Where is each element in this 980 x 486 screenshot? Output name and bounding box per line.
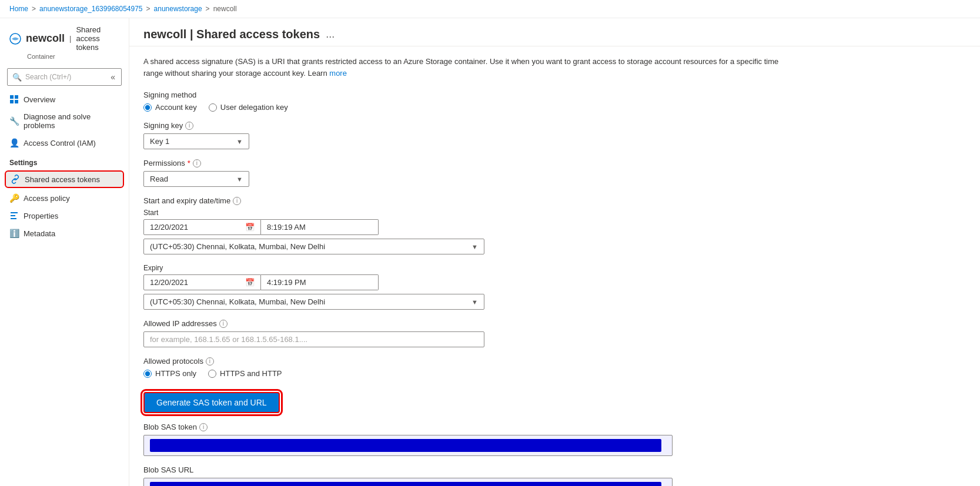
user-delegation-option[interactable]: User delegation key [209, 103, 288, 112]
key-icon: 🔑 [9, 193, 19, 203]
expiry-timezone-select[interactable]: (UTC+05:30) Chennai, Kolkata, Mumbai, Ne… [143, 294, 484, 310]
access-policy-label: Access policy [24, 194, 70, 203]
start-label: Start [143, 209, 966, 217]
signing-key-select[interactable]: Key 1 ▼ [143, 133, 249, 149]
sidebar: newcoll | Shared access tokens Container… [0, 18, 129, 486]
permissions-select[interactable]: Read ▼ [143, 171, 249, 187]
resource-name: newcoll [26, 32, 65, 45]
start-time-field[interactable]: 8:19:19 AM [261, 219, 379, 235]
start-time-value: 8:19:19 AM [267, 223, 306, 232]
start-expiry-label: Start and expiry date/time i [143, 196, 966, 205]
start-timezone-chevron: ▼ [471, 243, 478, 250]
expiry-timezone-value: (UTC+05:30) Chennai, Kolkata, Mumbai, Ne… [150, 297, 325, 306]
https-http-option[interactable]: HTTPS and HTTP [208, 369, 282, 378]
content-body: A shared access signature (SAS) is a URI… [129, 46, 980, 486]
info-icon: ℹ️ [9, 229, 19, 238]
svg-rect-5 [11, 212, 18, 213]
link-icon [11, 175, 20, 184]
allowed-protocols-info-icon[interactable]: i [206, 357, 214, 366]
protocols-radio-group: HTTPS only HTTPS and HTTP [143, 369, 966, 378]
signing-method-label: Signing method [143, 91, 966, 99]
search-input[interactable] [25, 73, 106, 81]
blob-sas-url-value [150, 482, 661, 486]
search-box[interactable]: 🔍 « [7, 68, 122, 86]
permissions-section: Permissions * i Read ▼ [143, 159, 966, 187]
signing-key-section: Signing key i Key 1 ▼ [143, 121, 966, 149]
signing-key-label: Signing key i [143, 121, 966, 130]
expiry-label: Expiry [143, 264, 966, 272]
learn-more-link[interactable]: more [329, 69, 347, 78]
svg-rect-4 [15, 100, 18, 103]
breadcrumb-current: newcoll [213, 5, 237, 13]
metadata-label: Metadata [24, 229, 55, 238]
more-options-button[interactable]: ... [326, 28, 335, 41]
container-icon [9, 32, 21, 45]
wrench-icon: 🔧 [9, 116, 19, 126]
sidebar-item-iam[interactable]: 👤 Access Control (IAM) [0, 134, 129, 152]
start-datetime-row: 12/20/2021 📅 8:19:19 AM [143, 219, 966, 235]
permissions-info-icon[interactable]: i [193, 159, 201, 167]
allowed-ip-label: Allowed IP addresses i [143, 319, 966, 328]
expiry-datetime-row: 12/20/2021 📅 4:19:19 PM [143, 274, 966, 290]
blob-sas-token-field[interactable] [143, 435, 673, 456]
svg-rect-7 [11, 218, 16, 219]
blob-sas-url-section: Blob SAS URL [143, 465, 966, 486]
https-http-radio[interactable] [208, 370, 216, 378]
start-timezone-select[interactable]: (UTC+05:30) Chennai, Kolkata, Mumbai, Ne… [143, 239, 484, 254]
allowed-protocols-section: Allowed protocols i HTTPS only HTTPS and… [143, 357, 966, 378]
svg-rect-6 [11, 215, 15, 216]
calendar-icon[interactable]: 📅 [245, 223, 255, 232]
sidebar-item-diagnose[interactable]: 🔧 Diagnose and solve problems [0, 108, 129, 134]
shared-access-tokens-label: Shared access tokens [25, 175, 100, 184]
diagnose-label: Diagnose and solve problems [24, 112, 119, 130]
account-key-label: Account key [155, 103, 197, 112]
signing-method-section: Signing method Account key User delegati… [143, 91, 966, 112]
start-date-value: 12/20/2021 [150, 223, 188, 232]
https-only-radio[interactable] [143, 370, 152, 378]
sidebar-item-metadata[interactable]: ℹ️ Metadata [0, 224, 129, 242]
account-key-option[interactable]: Account key [143, 103, 197, 112]
sidebar-item-shared-access-tokens[interactable]: Shared access tokens [5, 170, 124, 188]
start-expiry-info-icon[interactable]: i [233, 197, 241, 205]
expiry-timezone-chevron: ▼ [471, 299, 478, 306]
collapse-button[interactable]: « [109, 71, 116, 83]
iam-label: Access Control (IAM) [24, 139, 96, 148]
sidebar-item-overview[interactable]: Overview [0, 91, 129, 108]
breadcrumb-storage-account[interactable]: anunewstorage_1639968054975 [39, 5, 143, 13]
expiry-time-value: 4:19:19 PM [267, 278, 306, 287]
grid-icon [9, 95, 19, 104]
resource-subtitle: Container [27, 53, 119, 60]
allowed-protocols-label: Allowed protocols i [143, 357, 966, 366]
start-date-field[interactable]: 12/20/2021 📅 [143, 219, 261, 235]
allowed-ip-section: Allowed IP addresses i [143, 319, 966, 347]
svg-rect-2 [15, 95, 18, 99]
expiry-time-field[interactable]: 4:19:19 PM [261, 274, 379, 290]
blob-sas-url-field[interactable] [143, 478, 673, 486]
properties-label: Properties [24, 212, 58, 220]
blob-sas-token-label: Blob SAS token i [143, 423, 966, 431]
breadcrumb-home[interactable]: Home [9, 5, 28, 13]
blob-sas-token-info-icon[interactable]: i [199, 423, 208, 431]
signing-key-info-icon[interactable]: i [185, 122, 193, 130]
https-only-option[interactable]: HTTPS only [143, 369, 196, 378]
account-key-radio[interactable] [143, 103, 152, 112]
sidebar-item-properties[interactable]: Properties [0, 207, 129, 224]
description-text: A shared access signature (SAS) is a URI… [143, 56, 790, 79]
settings-section-label: Settings [0, 152, 129, 169]
svg-rect-3 [10, 100, 14, 103]
breadcrumb-anunewstorage[interactable]: anunewstorage [154, 5, 202, 13]
svg-rect-1 [10, 95, 14, 99]
expiry-calendar-icon[interactable]: 📅 [245, 278, 255, 287]
sidebar-item-access-policy[interactable]: 🔑 Access policy [0, 189, 129, 207]
properties-icon [9, 211, 19, 220]
chevron-down-icon: ▼ [236, 138, 243, 145]
blob-sas-token-value [150, 439, 661, 452]
expiry-date-field[interactable]: 12/20/2021 📅 [143, 274, 261, 290]
people-icon: 👤 [9, 138, 19, 148]
breadcrumb: Home > anunewstorage_1639968054975 > anu… [0, 0, 980, 18]
signing-method-radio-group: Account key User delegation key [143, 103, 966, 112]
allowed-ip-input[interactable] [143, 331, 484, 347]
generate-sas-button[interactable]: Generate SAS token and URL [143, 392, 280, 413]
user-delegation-radio[interactable] [209, 103, 217, 112]
allowed-ip-info-icon[interactable]: i [219, 320, 228, 328]
